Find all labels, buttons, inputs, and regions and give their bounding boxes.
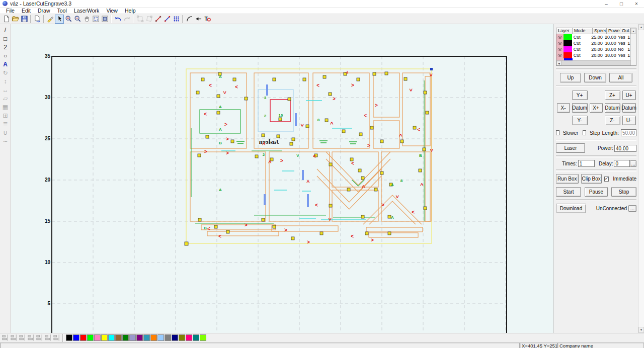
layer-visibility-toggle[interactable]	[556, 34, 564, 40]
pan-tool-button[interactable]	[82, 15, 91, 24]
palette-swatch[interactable]	[143, 334, 150, 341]
jog-y-minus-button[interactable]: Y-	[572, 116, 588, 125]
times-input[interactable]: 1	[578, 160, 595, 167]
start-button[interactable]: Start	[556, 187, 581, 197]
polyline-tool[interactable]: 2	[1, 43, 10, 51]
layer-row[interactable]: Cut20.0038.00Yes1	[556, 40, 630, 46]
jog-z-minus-button[interactable]: Z-	[605, 116, 620, 125]
layer-col-speed[interactable]: Speed	[593, 28, 607, 34]
arrow-line-button[interactable]	[194, 15, 203, 24]
palette-swatch[interactable]	[172, 334, 178, 341]
stop-button[interactable]: Stop	[611, 187, 636, 197]
panel-scroll-up-icon[interactable]: ▲	[638, 24, 644, 30]
menu-edit[interactable]: Edit	[18, 8, 34, 14]
paint-tool-button[interactable]	[46, 15, 55, 24]
layer-row[interactable]: Cut20.0038.00Yes1	[556, 52, 630, 58]
palette-swatch[interactable]	[193, 334, 199, 341]
layer-color-swatch[interactable]	[564, 46, 572, 52]
zoom-out-button[interactable]	[73, 15, 82, 24]
jog-y-plus-button[interactable]: Y+	[572, 91, 588, 100]
zoom-in-button[interactable]	[64, 15, 73, 24]
export-button[interactable]	[33, 15, 42, 24]
menu-help[interactable]: Help	[121, 8, 139, 14]
clip-box-button[interactable]: Clip Box	[581, 174, 602, 184]
palette-swatch[interactable]	[129, 334, 136, 341]
palette-swatch[interactable]	[108, 334, 115, 341]
layer-down-button[interactable]: Down	[584, 73, 606, 82]
palette-swatch[interactable]	[200, 334, 206, 341]
menu-file[interactable]: File	[3, 8, 18, 14]
jog-u-minus-button[interactable]: U-	[622, 116, 636, 125]
palette-swatch[interactable]	[80, 334, 87, 341]
jog-u-plus-button[interactable]: U+	[622, 91, 636, 100]
menu-view[interactable]: View	[103, 8, 121, 14]
text-tool[interactable]: A	[1, 60, 10, 68]
panel-scroll-down-icon[interactable]: ▼	[638, 327, 644, 333]
palette-swatch[interactable]	[150, 334, 157, 341]
menu-tool[interactable]: Tool	[54, 8, 70, 14]
canvas-drawing[interactable]: 3530252015105Jasleen>>>>>>>>>>>>>>>>>>>>…	[11, 24, 553, 333]
ellipse-tool[interactable]: ○	[1, 51, 10, 60]
datum-u-button[interactable]: Datum	[622, 103, 636, 113]
restore-button[interactable]: □	[614, 0, 629, 7]
layer-row[interactable]: Cut20.0038.00No1	[556, 46, 630, 52]
palette-swatch[interactable]	[157, 334, 164, 341]
panel-scrollbar[interactable]: ▲ ▼	[638, 24, 644, 333]
menu-laserwork[interactable]: LaserWork	[70, 8, 103, 14]
layer-all-button[interactable]: All	[609, 73, 632, 82]
palette-swatch[interactable]	[94, 334, 101, 341]
arc-tool-button[interactable]	[185, 15, 194, 24]
layer-up-button[interactable]: Up	[560, 73, 581, 82]
datum-xy-button[interactable]: Datum	[572, 103, 588, 113]
menu-draw[interactable]: Draw	[34, 8, 54, 14]
length-input[interactable]: 50.00	[621, 129, 636, 136]
scroll-left-icon[interactable]: ◀	[556, 61, 561, 65]
download-button[interactable]: Download	[556, 204, 586, 213]
palette-swatch[interactable]	[136, 334, 143, 341]
layer-color-swatch[interactable]	[564, 40, 572, 46]
new-file-button[interactable]	[2, 15, 11, 24]
laser-button[interactable]: Laser	[556, 143, 585, 153]
layer-table[interactable]: LayerModeSpeedPowerOut... Cut25.0020.00Y…	[556, 28, 636, 66]
draw-line-red-button[interactable]	[153, 15, 163, 24]
close-button[interactable]: ×	[629, 0, 644, 7]
layer-table-vscrollbar[interactable]: ▲	[630, 28, 636, 65]
rect-tool[interactable]: □	[1, 34, 10, 43]
layer-visibility-toggle[interactable]	[556, 40, 564, 46]
palette-swatch[interactable]	[165, 334, 171, 341]
jog-x-minus-button[interactable]: X-	[557, 103, 570, 113]
to-origin-button[interactable]: T	[203, 15, 212, 24]
immediate-checkbox[interactable]: ✓	[604, 177, 609, 182]
layer-col-power[interactable]: Power	[607, 28, 620, 34]
run-box-button[interactable]: Run Box	[556, 174, 579, 184]
pause-button[interactable]: Pause	[585, 187, 608, 197]
power-input[interactable]: 40.00	[614, 145, 636, 152]
save-button[interactable]	[20, 15, 29, 24]
palette-swatch[interactable]	[101, 334, 108, 341]
slower-checkbox[interactable]	[556, 130, 559, 135]
palette-swatch[interactable]	[87, 334, 94, 341]
layer-visibility-toggle[interactable]	[556, 46, 564, 52]
palette-swatch[interactable]	[186, 334, 192, 341]
palette-swatch[interactable]	[122, 334, 129, 341]
connection-more-button[interactable]: ...	[628, 205, 636, 212]
palette-swatch[interactable]	[66, 334, 72, 341]
step-checkbox[interactable]	[583, 130, 586, 135]
layer-col-layer[interactable]: Layer	[556, 28, 573, 34]
undo-button[interactable]	[113, 15, 122, 24]
more-options-button[interactable]: ...	[630, 160, 636, 167]
line-tool[interactable]: /	[1, 26, 10, 34]
open-folder-button[interactable]	[11, 15, 20, 24]
grid-dots-button[interactable]	[172, 15, 181, 24]
layer-col-out[interactable]: Out...	[620, 28, 630, 34]
palette-swatch[interactable]	[179, 334, 185, 341]
minimize-button[interactable]: –	[599, 0, 614, 7]
layer-row[interactable]: Cut25.0020.00Yes1	[556, 34, 630, 40]
datum-z-button[interactable]: Datum	[605, 103, 620, 113]
view-all-button[interactable]	[91, 15, 100, 24]
draw-line-blue-button[interactable]	[163, 15, 172, 24]
palette-swatch[interactable]	[73, 334, 79, 341]
layer-col-mode[interactable]: Mode	[573, 28, 593, 34]
drawing-canvas[interactable]: 3530252015105Jasleen>>>>>>>>>>>>>>>>>>>>…	[11, 24, 553, 333]
layer-table-hscrollbar[interactable]: ◀	[556, 60, 630, 65]
